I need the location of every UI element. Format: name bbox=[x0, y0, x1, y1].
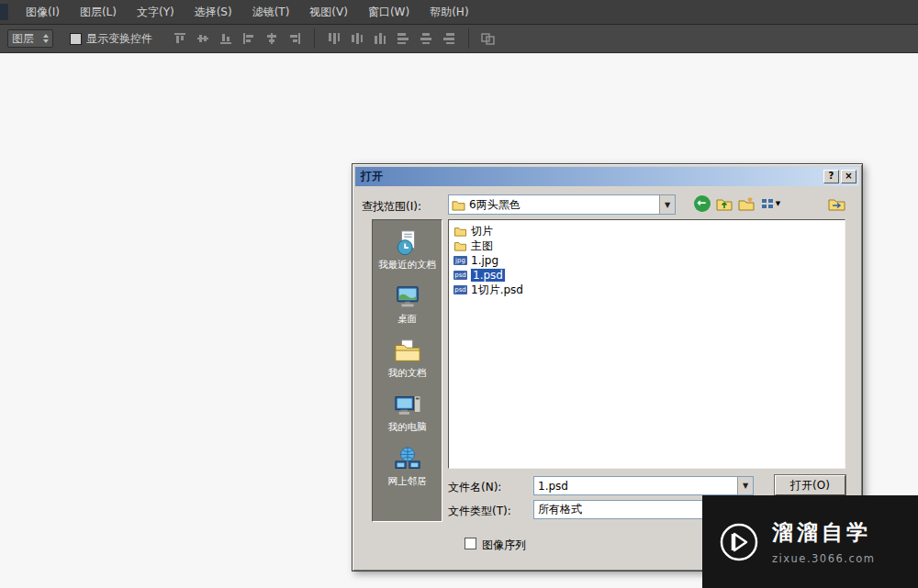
align-hcenter-icon[interactable] bbox=[262, 28, 282, 49]
view-menu-button[interactable]: ▼ bbox=[758, 194, 783, 213]
file-name: 主图 bbox=[471, 239, 493, 254]
updown-arrows-icon bbox=[43, 34, 49, 43]
back-button[interactable]: ← bbox=[692, 194, 711, 213]
dialog-close-button[interactable]: × bbox=[841, 170, 856, 183]
place-desktop[interactable]: 桌面 bbox=[393, 283, 422, 326]
desktop-icon bbox=[393, 283, 422, 311]
dropdown-arrow-icon[interactable]: ▼ bbox=[737, 477, 753, 494]
distribute-bottom-icon[interactable] bbox=[370, 28, 390, 49]
up-folder-icon bbox=[716, 196, 733, 211]
dialog-titlebar[interactable]: 打开 ? × bbox=[355, 167, 859, 186]
places-bar: 我最近的文档 桌面 我的文档 bbox=[372, 219, 442, 522]
dialog-help-button[interactable]: ? bbox=[823, 170, 839, 183]
filename-value: 1.psd bbox=[534, 480, 737, 493]
auto-select-value: 图层 bbox=[12, 31, 34, 47]
auto-align-layers-icon[interactable] bbox=[478, 28, 498, 49]
psd-file-icon: psd bbox=[453, 285, 467, 294]
recent-documents-icon bbox=[393, 229, 422, 257]
auto-select-dropdown[interactable]: 图层 bbox=[7, 29, 53, 48]
show-transform-checkbox[interactable] bbox=[70, 33, 82, 45]
place-label: 我的电脑 bbox=[388, 421, 427, 434]
file-item[interactable]: psd 1切片.psd bbox=[451, 283, 843, 297]
look-in-label: 查找范围(I): bbox=[362, 199, 421, 215]
menu-select[interactable]: 选择(S) bbox=[185, 0, 242, 24]
menu-view[interactable]: 视图(V) bbox=[299, 0, 358, 24]
place-recent-documents[interactable]: 我最近的文档 bbox=[378, 229, 436, 272]
menu-layer[interactable]: 图层(L) bbox=[70, 0, 127, 24]
align-left-icon[interactable] bbox=[239, 28, 259, 49]
show-transform-controls: 显示变换控件 bbox=[70, 31, 152, 47]
watermark-url: zixue.3066.com bbox=[772, 552, 876, 565]
watermark-logo-icon bbox=[718, 521, 760, 563]
place-label: 网上邻居 bbox=[388, 475, 427, 488]
menu-help[interactable]: 帮助(H) bbox=[420, 0, 478, 24]
image-sequence-checkbox[interactable] bbox=[465, 538, 476, 549]
watermark: 溜溜自学 zixue.3066.com bbox=[702, 495, 918, 588]
place-label: 我的文档 bbox=[388, 367, 427, 380]
view-menu-icon bbox=[761, 197, 775, 210]
folder-icon bbox=[452, 199, 465, 211]
my-documents-icon bbox=[393, 338, 422, 365]
dialog-title: 打开 bbox=[361, 169, 383, 184]
look-in-dropdown[interactable]: 6两头黑色 ▼ bbox=[448, 194, 676, 215]
distribute-right-icon[interactable] bbox=[439, 28, 459, 49]
menu-window[interactable]: 窗口(W) bbox=[358, 0, 420, 24]
place-my-computer[interactable]: 我的电脑 bbox=[388, 392, 427, 434]
image-sequence-label: 图像序列 bbox=[482, 538, 526, 553]
file-item-selected[interactable]: psd 1.psd bbox=[451, 268, 843, 283]
align-top-icon[interactable] bbox=[170, 28, 190, 49]
distribute-hcenter-icon[interactable] bbox=[416, 28, 436, 49]
place-network[interactable]: 网上邻居 bbox=[388, 446, 427, 488]
menu-filter[interactable]: 滤镜(T) bbox=[242, 0, 300, 24]
align-bottom-icon[interactable] bbox=[216, 28, 236, 49]
view-menu-arrow-icon: ▼ bbox=[776, 200, 780, 207]
dropdown-arrow-icon[interactable]: ▼ bbox=[659, 195, 675, 214]
open-button[interactable]: 打开(O) bbox=[775, 475, 845, 495]
back-icon: ← bbox=[694, 195, 711, 212]
my-computer-icon bbox=[393, 392, 422, 419]
watermark-title: 溜溜自学 bbox=[772, 518, 876, 547]
place-my-documents[interactable]: 我的文档 bbox=[388, 338, 427, 380]
align-right-icon[interactable] bbox=[285, 28, 305, 49]
align-vcenter-icon[interactable] bbox=[193, 28, 213, 49]
filename-input[interactable]: 1.psd ▼ bbox=[533, 476, 754, 495]
file-list[interactable]: 切片 主图 jpg 1.jpg psd 1.psd psd 1切片.psd bbox=[448, 219, 845, 469]
options-separator bbox=[468, 28, 469, 49]
show-transform-label: 显示变换控件 bbox=[86, 31, 152, 47]
menu-bar: 图像(I) 图层(L) 文字(Y) 选择(S) 滤镜(T) 视图(V) 窗口(W… bbox=[0, 0, 918, 25]
file-name: 切片 bbox=[471, 224, 493, 239]
folder-icon bbox=[453, 240, 467, 251]
options-separator bbox=[314, 28, 315, 49]
file-name: 1.jpg bbox=[471, 254, 498, 267]
file-item[interactable]: jpg 1.jpg bbox=[451, 253, 843, 268]
favorites-folder-button[interactable] bbox=[827, 194, 846, 213]
distribute-left-icon[interactable] bbox=[393, 28, 413, 49]
jpg-file-icon: jpg bbox=[453, 256, 467, 265]
filetype-label: 文件类型(T): bbox=[448, 504, 511, 519]
file-item-folder[interactable]: 主图 bbox=[451, 239, 843, 253]
distribute-top-icon[interactable] bbox=[324, 28, 344, 49]
psd-file-icon: psd bbox=[453, 271, 467, 280]
app-icon bbox=[0, 4, 8, 20]
menu-image[interactable]: 图像(I) bbox=[16, 0, 70, 24]
align-distribute-icons bbox=[170, 28, 498, 49]
new-folder-button[interactable] bbox=[736, 194, 756, 213]
place-label: 桌面 bbox=[397, 313, 417, 326]
watermark-text: 溜溜自学 zixue.3066.com bbox=[772, 518, 876, 565]
folder-icon bbox=[453, 226, 467, 237]
options-bar: 图层 显示变换控件 bbox=[0, 25, 918, 53]
new-folder-icon bbox=[738, 196, 755, 211]
look-in-value: 6两头黑色 bbox=[465, 197, 659, 213]
file-name: 1.psd bbox=[471, 269, 505, 282]
up-one-level-button[interactable] bbox=[714, 194, 733, 213]
menu-type[interactable]: 文字(Y) bbox=[127, 0, 185, 24]
filename-label: 文件名(N): bbox=[448, 480, 501, 495]
distribute-vcenter-icon[interactable] bbox=[347, 28, 367, 49]
file-name: 1切片.psd bbox=[471, 283, 523, 298]
file-item-folder[interactable]: 切片 bbox=[451, 224, 843, 239]
favorites-folder-icon bbox=[828, 196, 845, 211]
network-icon bbox=[393, 446, 422, 473]
place-label: 我最近的文档 bbox=[378, 259, 436, 272]
